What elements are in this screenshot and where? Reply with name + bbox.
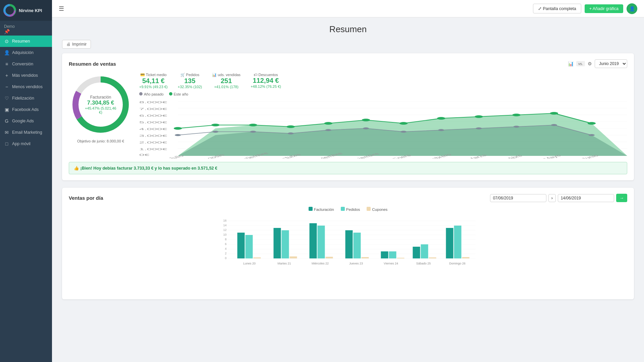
fullscreen-icon: ⤢ <box>538 6 542 11</box>
demo-label: Demo 📌 <box>0 21 52 36</box>
chart-icon[interactable]: 📊 <box>568 61 574 66</box>
resumen-icon: ⊙ <box>4 39 9 44</box>
bar-chart: 16 14 12 10 8 6 4 2 0 <box>69 215 627 292</box>
chart-legend: Año pasado Este año <box>139 92 627 96</box>
metric-descuentos-change: +48.12% (76.25 €) <box>251 84 281 88</box>
resumen-ventas-title: Resumen de ventas <box>69 61 116 67</box>
svg-point-33 <box>476 127 482 129</box>
svg-text:3.000€: 3.000€ <box>139 134 167 137</box>
svg-text:7.000€: 7.000€ <box>139 107 167 111</box>
svg-point-35 <box>551 124 557 126</box>
sidebar-item-email-marketing[interactable]: ✉ Email Marketing <box>0 127 52 138</box>
svg-text:10: 10 <box>223 233 226 236</box>
svg-point-42 <box>362 119 370 121</box>
date-go-button[interactable]: → <box>616 194 627 202</box>
svg-point-5 <box>81 85 120 124</box>
svg-point-27 <box>250 131 256 133</box>
metric-pedidos-label: 🛒 Pedidos <box>178 73 202 77</box>
metric-ticket-change: +9.91% (49.23 €) <box>139 85 168 89</box>
month-selector[interactable]: Junio 2019 <box>595 59 627 68</box>
svg-point-26 <box>212 131 218 133</box>
bar-sabado-ped <box>421 244 428 258</box>
adquisicion-icon: 👤 <box>4 50 9 55</box>
metric-ticket: 💳 Ticket medio 54,11 € +9.91% (49.23 €) <box>139 73 168 89</box>
svg-point-29 <box>325 129 331 131</box>
settings-icon[interactable]: ⚙ <box>588 61 592 66</box>
sidebar-item-google-ads[interactable]: G Google Ads <box>0 115 52 127</box>
svg-text:14: 14 <box>223 224 226 227</box>
svg-point-47 <box>550 112 558 115</box>
metric-uds: 📊 uds. vendidas 251 +41.01% (178) <box>212 73 240 89</box>
bar-viernes-ped <box>389 251 396 258</box>
svg-point-1 <box>7 7 13 13</box>
svg-text:12: 12 <box>223 228 226 232</box>
svg-text:8.000€: 8.000€ <box>139 101 167 104</box>
date-next-arrow[interactable]: › <box>548 194 556 202</box>
resumen-ventas-card: Resumen de ventas 📊 vs. ⚙ Junio 2019 <box>62 53 634 180</box>
bar-martes-fac <box>274 228 281 258</box>
sidebar-header: Nirvine KPI <box>0 0 52 21</box>
date-to-input[interactable] <box>558 194 614 202</box>
metrics-section: 💳 Ticket medio 54,11 € +9.91% (49.23 €) … <box>139 73 627 159</box>
vs-badge: vs. <box>576 61 585 66</box>
google-icon: G <box>4 118 9 124</box>
sidebar-item-facebook-ads[interactable]: ▣ Facebook Ads <box>0 104 52 115</box>
bar-miercoles-cup <box>326 257 333 258</box>
conversion-icon: ≡ <box>4 61 9 67</box>
print-button[interactable]: 🖨 Imprimir <box>62 40 91 49</box>
metric-pedidos: 🛒 Pedidos 135 +32.35% (102) <box>178 73 202 89</box>
svg-point-45 <box>475 115 483 118</box>
fullscreen-button[interactable]: ⤢ Pantalla completa <box>533 4 581 13</box>
svg-point-48 <box>588 122 596 125</box>
metric-descuentos-value: 112,94 € <box>251 77 281 84</box>
svg-text:6: 6 <box>225 242 226 246</box>
metrics-row: 💳 Ticket medio 54,11 € +9.91% (49.23 €) … <box>139 73 627 89</box>
sidebar-item-menos-vendidos[interactable]: − Menos vendidos <box>0 81 52 93</box>
bar-chart-legend: Facturación Pedidos Cupones <box>69 207 627 212</box>
sidebar-item-resumen[interactable]: ⊙ Resumen <box>0 36 52 47</box>
svg-point-34 <box>514 126 520 128</box>
bar-miercoles-fac <box>310 223 317 258</box>
donut-section: Facturación 7.304,85 € +45.47% (5.021,46… <box>69 73 132 159</box>
svg-marker-24 <box>178 113 627 156</box>
sidebar-item-app-movil[interactable]: □ App móvil <box>0 138 52 149</box>
svg-point-28 <box>288 132 294 134</box>
sidebar-item-adquisicion[interactable]: 👤 Adquisición <box>0 47 52 58</box>
add-chart-button[interactable]: + Añadir gráfica <box>585 4 623 13</box>
metric-descuentos: 🏷 Descuentos 112,94 € +48.12% (76.25 €) <box>251 73 281 89</box>
bar-domingo-cup <box>462 257 470 258</box>
user-icon: 👤 <box>629 6 635 11</box>
fidelizacion-icon: ♡ <box>4 96 9 101</box>
svg-point-37 <box>174 127 182 130</box>
metric-uds-change: +41.01% (178) <box>212 85 240 89</box>
svg-point-30 <box>363 127 369 129</box>
svg-point-41 <box>324 122 332 125</box>
metric-pedidos-change: +32.35% (102) <box>178 85 202 89</box>
svg-text:6.000€: 6.000€ <box>139 114 167 117</box>
donut-chart: Facturación 7.304,85 € +45.47% (5.021,46… <box>69 73 132 136</box>
app-icon: □ <box>4 141 9 146</box>
svg-text:0€: 0€ <box>139 153 149 157</box>
svg-point-31 <box>400 131 407 133</box>
date-from-input[interactable] <box>490 194 546 202</box>
metric-uds-label: 📊 uds. vendidas <box>212 73 240 77</box>
topbar: ☰ ⤢ Pantalla completa + Añadir gráfica 👤 <box>52 0 644 17</box>
metric-uds-value: 251 <box>212 77 240 85</box>
svg-point-39 <box>249 124 257 126</box>
svg-text:8: 8 <box>225 238 226 241</box>
svg-text:4.000€: 4.000€ <box>139 127 167 131</box>
resumen-controls: 📊 vs. ⚙ Junio 2019 <box>568 59 627 68</box>
svg-point-36 <box>589 134 595 136</box>
bar-jueves-ped <box>354 233 361 258</box>
sidebar-item-fidelizacion[interactable]: ♡ Fidelización <box>0 93 52 104</box>
bar-martes-ped <box>282 230 289 258</box>
ventas-dia-card: Ventas por día › → Facturación Pedidos C… <box>62 188 634 299</box>
user-avatar[interactable]: 👤 <box>627 3 637 14</box>
label-jueves: Jueves 23 <box>349 262 363 265</box>
label-miercoles: Miércoles 22 <box>312 262 329 265</box>
menu-toggle[interactable]: ☰ <box>59 5 64 12</box>
sidebar-item-mas-vendidos[interactable]: + Más vendidos <box>0 70 52 81</box>
metric-ticket-value: 54,11 € <box>139 77 168 85</box>
sidebar-item-conversion[interactable]: ≡ Conversión <box>0 58 52 70</box>
metric-descuentos-label: 🏷 Descuentos <box>251 73 281 77</box>
